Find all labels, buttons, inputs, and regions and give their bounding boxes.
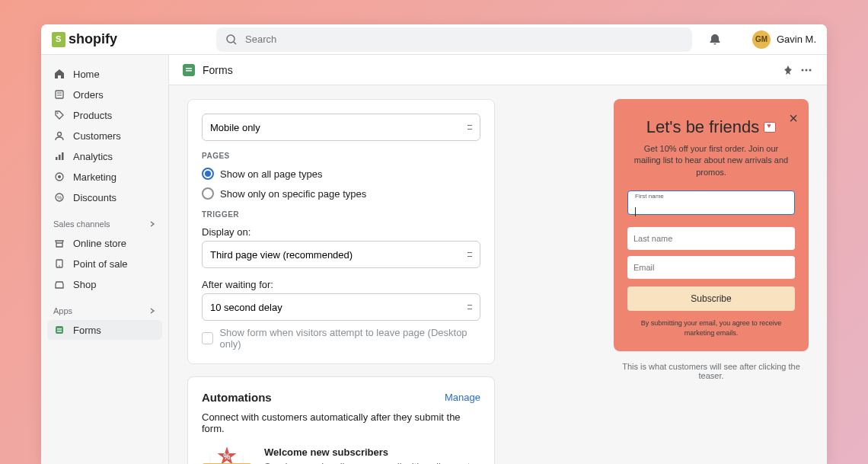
chevron-right-icon bbox=[148, 307, 156, 315]
pages-radio-specific[interactable]: Show only on specific page types bbox=[202, 187, 480, 200]
envelope-icon bbox=[202, 446, 252, 464]
nav-analytics[interactable]: Analytics bbox=[47, 146, 162, 166]
text-cursor bbox=[635, 207, 636, 216]
page-title: Forms bbox=[203, 64, 233, 76]
form-preview-card: × Let's be friends Get 10% off your firs… bbox=[614, 99, 809, 351]
sidebar: Home Orders Products Customers Analytics… bbox=[41, 55, 169, 464]
preview-desc: Get 10% off your first order. Join our m… bbox=[627, 143, 795, 178]
logo[interactable]: shopify bbox=[52, 31, 117, 47]
nav-discounts[interactable]: %Discounts bbox=[47, 187, 162, 207]
left-column: Mobile only PAGES Show on all page types… bbox=[187, 99, 495, 464]
svg-rect-17 bbox=[57, 328, 62, 330]
more-icon[interactable] bbox=[799, 65, 813, 75]
welcome-desc: Send new subscribers an email with a dis… bbox=[264, 460, 480, 464]
search-icon bbox=[225, 34, 238, 46]
nav-customers[interactable]: Customers bbox=[47, 126, 162, 146]
marketing-icon bbox=[53, 171, 65, 183]
nav-online-store[interactable]: Online store bbox=[47, 233, 162, 253]
email-input[interactable] bbox=[627, 256, 795, 279]
display-on-label: Display on: bbox=[202, 226, 480, 238]
main-body: Home Orders Products Customers Analytics… bbox=[41, 55, 827, 464]
manage-link[interactable]: Manage bbox=[445, 392, 480, 403]
discounts-icon: % bbox=[53, 191, 65, 203]
shop-icon bbox=[53, 278, 65, 290]
automation-row: Welcome new subscribers Send new subscri… bbox=[202, 446, 480, 464]
nav-forms[interactable]: Forms bbox=[47, 320, 162, 340]
preview-caption: This is what customers will see after cl… bbox=[614, 362, 809, 380]
svg-point-11 bbox=[58, 175, 61, 178]
shopify-bag-icon bbox=[52, 32, 65, 47]
header-actions bbox=[783, 65, 813, 75]
brand-name: shopify bbox=[69, 31, 117, 47]
device-select[interactable]: Mobile only bbox=[202, 114, 480, 141]
svg-point-15 bbox=[59, 265, 60, 267]
svg-point-5 bbox=[57, 113, 59, 114]
after-waiting-select[interactable]: 10 second delay bbox=[202, 293, 480, 321]
analytics-icon bbox=[53, 150, 65, 162]
sales-channels-section[interactable]: Sales channels bbox=[47, 215, 162, 233]
heart-card-icon bbox=[764, 122, 776, 133]
nav-marketing[interactable]: Marketing bbox=[47, 167, 162, 187]
checkbox-icon bbox=[202, 332, 213, 344]
pages-radio-all[interactable]: Show on all page types bbox=[202, 168, 480, 180]
svg-rect-2 bbox=[56, 91, 63, 98]
forms-icon bbox=[53, 324, 65, 336]
store-icon bbox=[53, 237, 65, 249]
pages-label: PAGES bbox=[202, 152, 480, 160]
svg-point-0 bbox=[227, 35, 235, 43]
welcome-title: Welcome new subscribers bbox=[264, 446, 480, 458]
automations-subtitle: Connect with customers automatically aft… bbox=[202, 411, 480, 434]
preview-disclaimer: By submitting your email, you agree to r… bbox=[627, 318, 795, 338]
nav-products[interactable]: Products bbox=[47, 105, 162, 125]
products-icon bbox=[53, 109, 65, 121]
close-icon[interactable]: × bbox=[789, 110, 798, 127]
last-name-input[interactable] bbox=[627, 227, 795, 250]
pin-icon[interactable] bbox=[783, 65, 793, 75]
svg-rect-19 bbox=[186, 68, 192, 69]
display-on-select[interactable]: Third page view (recommended) bbox=[202, 241, 480, 268]
svg-point-21 bbox=[802, 69, 804, 71]
svg-point-6 bbox=[58, 133, 62, 136]
automations-card: Automations Manage Connect with customer… bbox=[187, 376, 495, 464]
after-waiting-label: After waiting for: bbox=[202, 279, 480, 290]
radio-icon bbox=[202, 187, 214, 200]
right-column: × Let's be friends Get 10% off your firs… bbox=[614, 99, 809, 380]
svg-rect-18 bbox=[57, 331, 62, 332]
apps-section[interactable]: Apps bbox=[47, 302, 162, 320]
chevron-right-icon bbox=[148, 220, 156, 228]
avatar[interactable]: GM bbox=[752, 30, 771, 49]
svg-rect-9 bbox=[62, 152, 64, 160]
display-settings-card: Mobile only PAGES Show on all page types… bbox=[187, 99, 495, 364]
svg-rect-7 bbox=[56, 157, 58, 160]
topbar: shopify GM Gavin M. bbox=[41, 24, 827, 55]
preview-title: Let's be friends bbox=[627, 117, 795, 137]
svg-text:%: % bbox=[57, 195, 62, 200]
pos-icon bbox=[53, 258, 65, 270]
content: Forms Mobile only PAGES Show on all page… bbox=[169, 55, 827, 464]
exit-intent-checkbox-row[interactable]: Show form when visitors attempt to leave… bbox=[202, 327, 480, 350]
svg-line-1 bbox=[234, 42, 236, 44]
notification-bell-icon[interactable] bbox=[708, 33, 722, 46]
trigger-label: TRIGGER bbox=[202, 210, 480, 219]
content-header: Forms bbox=[169, 55, 827, 85]
app-window: shopify GM Gavin M. Home Orders Products… bbox=[41, 24, 827, 464]
subscribe-button[interactable]: Subscribe bbox=[627, 286, 795, 311]
svg-rect-20 bbox=[186, 70, 192, 72]
forms-app-icon bbox=[183, 64, 195, 76]
svg-rect-8 bbox=[59, 155, 61, 160]
nav-home[interactable]: Home bbox=[47, 64, 162, 84]
nav-shop[interactable]: Shop bbox=[47, 274, 162, 294]
scroll-area[interactable]: Mobile only PAGES Show on all page types… bbox=[169, 85, 827, 464]
nav-orders[interactable]: Orders bbox=[47, 85, 162, 104]
search-wrap bbox=[216, 27, 692, 52]
svg-point-23 bbox=[809, 69, 812, 71]
first-name-field-wrap: First name bbox=[627, 190, 795, 221]
username[interactable]: Gavin M. bbox=[777, 34, 816, 45]
search-input[interactable] bbox=[216, 27, 692, 52]
orders-icon bbox=[53, 88, 65, 101]
customers-icon bbox=[53, 130, 65, 142]
home-icon bbox=[53, 68, 65, 80]
svg-point-22 bbox=[806, 69, 808, 71]
automations-title: Automations bbox=[202, 391, 272, 404]
nav-pos[interactable]: Point of sale bbox=[47, 254, 162, 274]
